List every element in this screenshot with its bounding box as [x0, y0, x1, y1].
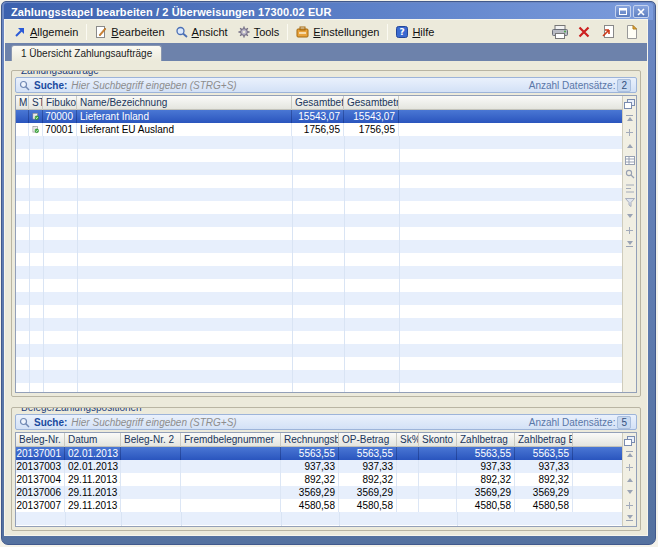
table-row[interactable]: 2013700302.01.2013 /Mi937,33937,33937,33…: [16, 460, 622, 473]
search-bar[interactable]: Suche: Hier Suchbegriff eingeben (STRG+S…: [15, 414, 637, 430]
cell-datum: 29.11.2013 /Fr: [65, 486, 121, 499]
table-row[interactable]: 2013700729.11.2013 /Fr4580,584580,584580…: [16, 499, 622, 512]
column-header[interactable]: Sk%: [397, 433, 419, 447]
payments-table-header[interactable]: MSTFibukontoName/BezeichnungGesamtbetrag…: [16, 96, 622, 110]
sum-rows-icon[interactable]: [624, 183, 635, 193]
title-bar[interactable]: Zahlungsstapel bearbeiten / 2 Überweisun…: [4, 3, 653, 20]
menu-hilfe[interactable]: ? Hilfe: [391, 24, 439, 40]
table-row[interactable]: 2013700629.11.2013 /Fr3569,293569,293569…: [16, 486, 622, 499]
move-down-icon[interactable]: [624, 211, 635, 221]
arrow-up-right-icon: [14, 26, 26, 38]
filter-icon[interactable]: [624, 197, 635, 207]
table-row[interactable]: 2013700429.11.2013 /Fr892,32892,32892,32…: [16, 473, 622, 486]
column-header[interactable]: Name/Bezeichnung: [77, 96, 292, 110]
cell-skonto: [419, 486, 457, 499]
column-header[interactable]: Fibukonto: [43, 96, 77, 110]
move-up-icon[interactable]: [624, 475, 635, 484]
close-button[interactable]: [633, 5, 649, 18]
insert-row-icon[interactable]: [624, 463, 635, 472]
column-header[interactable]: Zahlbetrag Euro: [515, 433, 573, 447]
delete-button[interactable]: [575, 24, 593, 40]
search-icon: [19, 417, 30, 428]
panel-title: Zahlungsaufträge: [18, 70, 102, 76]
documents-table-header[interactable]: Beleg-Nr.DatumBeleg-Nr. 2Fremdbelegnumme…: [16, 433, 622, 447]
cell-zahlbetrag_euro: 5563,55: [515, 447, 573, 460]
print-icon: [552, 25, 568, 39]
column-header[interactable]: M: [16, 96, 29, 110]
search-rows-icon[interactable]: [624, 169, 635, 179]
document-check-icon: [29, 123, 43, 136]
documents-table-rail: [622, 433, 636, 526]
cell-fremdbeleg: [181, 447, 281, 460]
menu-separator: [387, 24, 388, 40]
cell-beleg_nr: 20137003: [16, 460, 65, 473]
column-chooser-icon[interactable]: [624, 436, 635, 446]
cell-sk: [397, 460, 419, 473]
menu-bearbeiten[interactable]: Bearbeiten: [90, 24, 169, 40]
print-button[interactable]: [551, 24, 569, 40]
go-first-icon[interactable]: [624, 450, 635, 459]
record-count-value: 2: [617, 79, 631, 92]
column-header[interactable]: Beleg-Nr. 2: [121, 433, 181, 447]
cell-zahlbetrag: 5563,55: [457, 447, 515, 460]
cell-op_betrag: 892,32: [339, 473, 397, 486]
window-body: Allgemein Bearbeiten Ansicht Tools Einst…: [5, 20, 647, 535]
cell-zahlbetrag_euro: 4580,58: [515, 499, 573, 512]
table-row[interactable]: 2013700102.01.2013 /Mi5563,555563,555563…: [16, 447, 622, 460]
cell-beleg_nr2: [121, 499, 181, 512]
panel-belege: Belege/Zahlungspositionen Suche: Hier Su…: [11, 407, 641, 531]
column-header[interactable]: Gesamtbetrag: [292, 96, 344, 110]
cell-beleg_nr2: [121, 473, 181, 486]
view-magnifier-icon: [175, 26, 188, 38]
column-header[interactable]: Datum: [65, 433, 121, 447]
documents-table: Beleg-Nr.DatumBeleg-Nr. 2Fremdbelegnumme…: [15, 432, 637, 527]
search-input[interactable]: Hier Suchbegriff eingeben (STRG+S): [71, 80, 524, 91]
cell-gesamtbetrag_euro: 1756,95: [344, 123, 399, 136]
cell-rechnungsbetrag: 937,33: [281, 460, 339, 473]
cell-rechnungsbetrag: 3569,29: [281, 486, 339, 499]
search-bar[interactable]: Suche: Hier Suchbegriff eingeben (STRG+S…: [15, 77, 637, 93]
cell-sk: [397, 499, 419, 512]
cell-datum: 02.01.2013 /Mi: [65, 447, 121, 460]
column-header[interactable]: Gesamtbetrag Euro: [344, 96, 399, 110]
menu-einstellungen[interactable]: Einstellungen: [291, 24, 384, 40]
table-row[interactable]: 70000Lieferant Inland15543,0715543,07: [16, 110, 622, 123]
insert-row-icon[interactable]: [624, 127, 635, 137]
document-check-icon: [32, 111, 39, 122]
cell-beleg_nr2: [121, 447, 181, 460]
append-row-icon[interactable]: [624, 501, 635, 510]
column-header[interactable]: Skonto: [419, 433, 457, 447]
maximize-button[interactable]: [615, 5, 631, 18]
move-up-icon[interactable]: [624, 141, 635, 151]
go-last-icon[interactable]: [624, 513, 635, 522]
cell-m: [16, 123, 29, 136]
append-row-icon[interactable]: [624, 225, 635, 235]
maximize-icon: [619, 8, 627, 15]
column-chooser-icon[interactable]: [624, 99, 635, 109]
cell-zahlbetrag_euro: 3569,29: [515, 486, 573, 499]
go-last-icon[interactable]: [624, 239, 635, 249]
export-button[interactable]: [599, 24, 617, 40]
column-header[interactable]: Fremdbelegnummer: [181, 433, 281, 447]
menu-ansicht[interactable]: Ansicht: [170, 24, 233, 40]
menu-allgemein[interactable]: Allgemein: [9, 24, 83, 40]
column-header[interactable]: Zahlbetrag: [457, 433, 515, 447]
column-header[interactable]: OP-Betrag: [339, 433, 397, 447]
cell-datum: 02.01.2013 /Mi: [65, 460, 121, 473]
go-first-icon[interactable]: [624, 113, 635, 123]
cell-fibukonto: 70001: [43, 123, 77, 136]
tab-uebersicht-zahlungsauftraege[interactable]: 1 Übersicht Zahlungsaufträge: [11, 45, 162, 61]
search-input[interactable]: Hier Suchbegriff eingeben (STRG+S): [71, 417, 524, 428]
move-down-icon[interactable]: [624, 488, 635, 497]
cell-skonto: [419, 499, 457, 512]
gear-icon: [238, 26, 250, 38]
menu-tools[interactable]: Tools: [233, 24, 285, 40]
column-header[interactable]: Rechnungsbetrag: [281, 433, 339, 447]
column-header[interactable]: ST: [29, 96, 43, 110]
new-document-button[interactable]: [623, 24, 641, 40]
table-row[interactable]: 70001Lieferant EU Ausland1756,951756,95: [16, 123, 622, 136]
grid-view-icon[interactable]: [624, 155, 635, 165]
document-check-icon: [32, 124, 39, 135]
cell-sk: [397, 486, 419, 499]
column-header[interactable]: Beleg-Nr.: [16, 433, 65, 447]
